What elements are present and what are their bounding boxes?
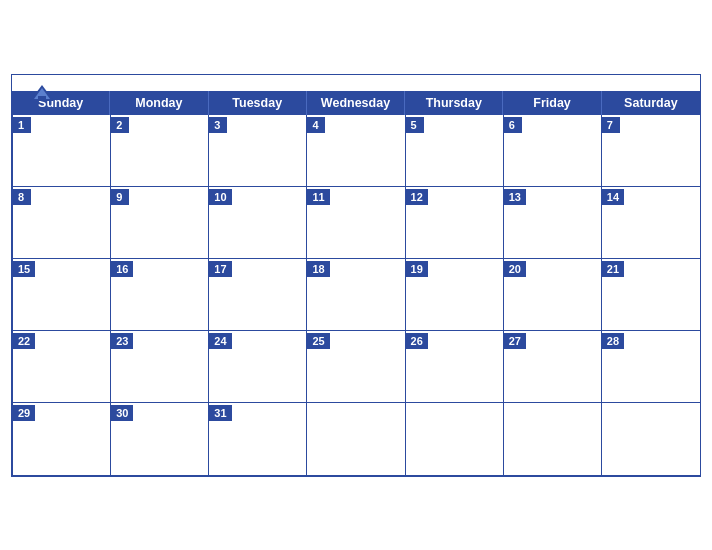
day-cell: 6	[504, 115, 602, 187]
date-number: 23	[111, 333, 133, 349]
empty-day-cell	[406, 403, 504, 475]
day-cell: 15	[13, 259, 111, 331]
date-number: 21	[602, 261, 624, 277]
days-header: Sunday Monday Tuesday Wednesday Thursday…	[12, 91, 700, 115]
date-number: 27	[504, 333, 526, 349]
calendar-header	[12, 75, 700, 91]
date-number: 24	[209, 333, 231, 349]
day-cell: 18	[307, 259, 405, 331]
day-monday: Monday	[110, 91, 208, 115]
day-cell: 24	[209, 331, 307, 403]
empty-day-cell	[307, 403, 405, 475]
calendar-days: 1234567891011121314151617181920212223242…	[13, 115, 700, 475]
date-number: 4	[307, 117, 325, 133]
day-cell: 8	[13, 187, 111, 259]
date-number: 8	[13, 189, 31, 205]
day-saturday: Saturday	[602, 91, 700, 115]
date-number: 16	[111, 261, 133, 277]
day-cell: 13	[504, 187, 602, 259]
day-cell: 4	[307, 115, 405, 187]
day-cell: 16	[111, 259, 209, 331]
date-number: 2	[111, 117, 129, 133]
day-cell: 17	[209, 259, 307, 331]
day-cell: 3	[209, 115, 307, 187]
date-number: 28	[602, 333, 624, 349]
date-number: 5	[406, 117, 424, 133]
day-cell: 30	[111, 403, 209, 475]
day-wednesday: Wednesday	[307, 91, 405, 115]
date-number: 19	[406, 261, 428, 277]
day-cell: 14	[602, 187, 700, 259]
date-number: 14	[602, 189, 624, 205]
date-number: 6	[504, 117, 522, 133]
day-cell: 10	[209, 187, 307, 259]
svg-rect-2	[38, 96, 46, 101]
date-number: 26	[406, 333, 428, 349]
day-thursday: Thursday	[405, 91, 503, 115]
date-number: 9	[111, 189, 129, 205]
day-cell: 27	[504, 331, 602, 403]
day-cell: 19	[406, 259, 504, 331]
logo-icon	[28, 83, 56, 105]
day-tuesday: Tuesday	[209, 91, 307, 115]
date-number: 10	[209, 189, 231, 205]
calendar-grid: 1234567891011121314151617181920212223242…	[12, 115, 700, 476]
day-cell: 9	[111, 187, 209, 259]
empty-day-cell	[504, 403, 602, 475]
date-number: 17	[209, 261, 231, 277]
date-number: 30	[111, 405, 133, 421]
day-cell: 21	[602, 259, 700, 331]
day-cell: 20	[504, 259, 602, 331]
day-cell: 7	[602, 115, 700, 187]
empty-day-cell	[602, 403, 700, 475]
date-number: 25	[307, 333, 329, 349]
date-number: 22	[13, 333, 35, 349]
date-number: 3	[209, 117, 227, 133]
calendar: Sunday Monday Tuesday Wednesday Thursday…	[11, 74, 701, 477]
date-number: 13	[504, 189, 526, 205]
logo	[28, 83, 59, 105]
date-number: 18	[307, 261, 329, 277]
date-number: 12	[406, 189, 428, 205]
day-cell: 31	[209, 403, 307, 475]
date-number: 1	[13, 117, 31, 133]
date-number: 20	[504, 261, 526, 277]
date-number: 15	[13, 261, 35, 277]
day-cell: 22	[13, 331, 111, 403]
day-cell: 1	[13, 115, 111, 187]
day-cell: 5	[406, 115, 504, 187]
date-number: 7	[602, 117, 620, 133]
day-friday: Friday	[503, 91, 601, 115]
date-number: 31	[209, 405, 231, 421]
day-cell: 29	[13, 403, 111, 475]
date-number: 11	[307, 189, 329, 205]
day-cell: 28	[602, 331, 700, 403]
day-cell: 26	[406, 331, 504, 403]
day-cell: 12	[406, 187, 504, 259]
day-cell: 25	[307, 331, 405, 403]
day-cell: 2	[111, 115, 209, 187]
day-cell: 11	[307, 187, 405, 259]
day-sunday: Sunday	[12, 91, 110, 115]
day-cell: 23	[111, 331, 209, 403]
date-number: 29	[13, 405, 35, 421]
